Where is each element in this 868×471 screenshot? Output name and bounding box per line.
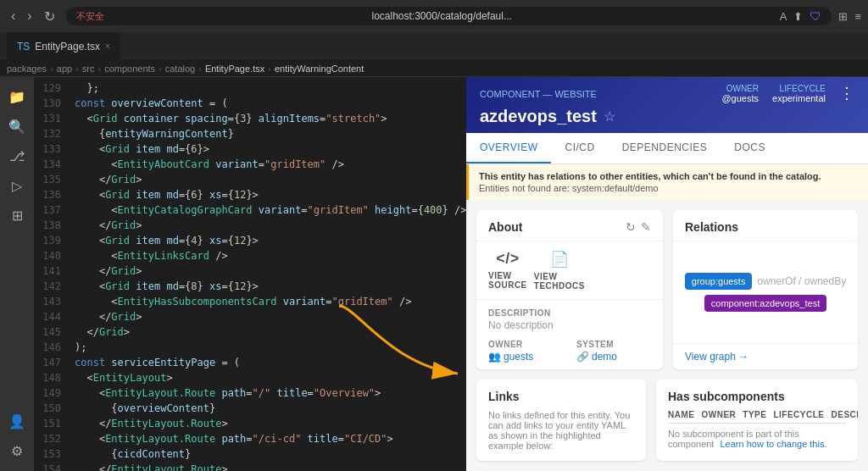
owner-field-value[interactable]: 👥 guests — [488, 351, 563, 363]
tab-dependencies[interactable]: DEPENDENCIES — [609, 133, 721, 163]
breadcrumb-part-4: components — [104, 64, 155, 74]
system-text: demo — [592, 351, 617, 363]
about-title: About — [488, 220, 522, 234]
view-techdocs-label: VIEWTECHDOCS — [534, 272, 585, 291]
subcomponents-card: Has subcomponents NAME OWNER TYPE LIFECY… — [656, 380, 858, 461]
breadcrumb-symbol: entityWarningContent — [275, 64, 364, 74]
refresh-button[interactable]: ↻ — [40, 7, 59, 26]
view-graph-link[interactable]: View graph → — [673, 343, 858, 369]
menu-icon[interactable]: ≡ — [854, 10, 861, 23]
view-techdocs-button[interactable]: 📄 VIEWTECHDOCS — [534, 250, 585, 291]
links-title: Links — [488, 390, 634, 403]
system-field-value[interactable]: 🔗 demo — [576, 351, 651, 363]
lifecycle-meta: Lifecycle experimental — [772, 84, 826, 103]
relation-edge-label: ownerOf / ownedBy — [757, 275, 846, 287]
debug-icon[interactable]: ▷ — [7, 173, 27, 199]
tab-overview[interactable]: OVERVIEW — [466, 133, 551, 163]
forward-button[interactable]: › — [23, 7, 36, 25]
breadcrumb-bar: packages › app › src › components › cata… — [0, 61, 868, 77]
component-title-row: azdevops_test ☆ — [480, 107, 854, 126]
source-control-icon[interactable]: ⎇ — [4, 143, 30, 169]
tab-docs[interactable]: DOCS — [721, 133, 779, 163]
relations-card: Relations group:guests ownerOf / ownedBy… — [673, 210, 858, 369]
owner-field-label: OWNER — [488, 340, 563, 349]
techdocs-icon: 📄 — [550, 250, 570, 269]
about-card-body: DESCRIPTION No description OWNER 👥 guest… — [476, 300, 663, 369]
explorer-icon[interactable]: 📁 — [3, 84, 31, 110]
warning-line1: This entity has relations to other entit… — [479, 171, 858, 181]
backstage-nav-top: COMPONENT — WEBSITE Owner @guests Lifecy… — [480, 84, 854, 103]
component-title: azdevops_test — [480, 107, 597, 126]
kebab-menu-button[interactable]: ⋮ — [839, 84, 854, 103]
description-label: DESCRIPTION — [488, 308, 651, 318]
col-lifecycle: LIFECYCLE — [773, 410, 824, 419]
description-value: No description — [488, 319, 651, 331]
view-source-label: VIEWSOURCE — [488, 271, 527, 290]
about-card-header: About ↻ ✎ — [476, 210, 663, 241]
share-icon: ⬆ — [793, 10, 803, 23]
backstage-content: About ↻ ✎ </> VIEWSOURCE 📄 VIEWTECHDOCS — [466, 200, 868, 380]
search-icon[interactable]: 🔍 — [3, 114, 31, 140]
owner-meta: Owner @guests — [721, 84, 759, 103]
learn-more-link[interactable]: Learn how to change this. — [721, 439, 827, 449]
back-button[interactable]: ‹ — [7, 7, 19, 25]
relation-graph: group:guests ownerOf / ownedBy component… — [683, 273, 848, 312]
links-card: Links No links defined for this entity. … — [476, 380, 646, 461]
tab-cicd[interactable]: CI/CD — [551, 133, 608, 163]
tab-filename: EntityPage.tsx — [35, 41, 100, 53]
col-name: NAME — [668, 410, 694, 419]
breadcrumb-file: EntityPage.tsx — [205, 64, 264, 74]
account-icon[interactable]: 👤 — [3, 408, 31, 435]
code-editor[interactable]: 129130131132 133134135136 137138139140 1… — [34, 77, 466, 471]
editor-area: 129130131132 133134135136 137138139140 1… — [34, 77, 466, 471]
lifecycle-label: Lifecycle — [780, 84, 826, 93]
component-breadcrumb: COMPONENT — WEBSITE — [480, 89, 597, 99]
backstage-header: COMPONENT — WEBSITE Owner @guests Lifecy… — [466, 77, 868, 133]
col-owner: OWNER — [701, 410, 736, 419]
favorite-button[interactable]: ☆ — [604, 108, 615, 125]
code-content: }; const overviewContent = ( <Grid conta… — [68, 77, 466, 471]
extensions-icon[interactable]: ⊞ — [7, 202, 28, 229]
breadcrumb-part-1: packages — [7, 64, 47, 74]
about-edit-button[interactable]: ✎ — [641, 220, 651, 234]
breadcrumb-part-3: src — [82, 64, 95, 74]
address-text: localhost:3000/catalog/defaul... — [111, 10, 773, 22]
description-field: DESCRIPTION No description — [488, 308, 651, 331]
activity-bar: 📁 🔍 ⎇ ▷ ⊞ 👤 ⚙ — [0, 77, 34, 471]
browser-icons: ⊞ ≡ — [838, 10, 861, 23]
source-icon: </> — [496, 250, 520, 268]
owner-label: Owner — [726, 84, 759, 93]
editor-tab[interactable]: TS EntityPage.tsx × — [7, 32, 121, 60]
browser-chrome: ‹ › ↻ 不安全 localhost:3000/catalog/defaul.… — [0, 0, 868, 32]
about-card-actions: ↻ ✎ — [626, 220, 651, 234]
shield-icon: 🛡 — [810, 9, 821, 23]
relation-node-guests[interactable]: group:guests — [685, 273, 753, 290]
breadcrumb-part-2: app — [57, 64, 72, 74]
relations-body: group:guests ownerOf / ownedBy component… — [673, 241, 858, 343]
owner-value: @guests — [721, 93, 759, 103]
address-bar[interactable]: 不安全 localhost:3000/catalog/defaul... A ⬆… — [66, 7, 832, 25]
about-refresh-button[interactable]: ↻ — [626, 220, 636, 234]
bottom-cards: Links No links defined for this entity. … — [466, 380, 868, 471]
line-numbers: 129130131132 133134135136 137138139140 1… — [34, 77, 68, 471]
about-action-buttons: </> VIEWSOURCE 📄 VIEWTECHDOCS — [476, 241, 663, 300]
main-area: 📁 🔍 ⎇ ▷ ⊞ 👤 ⚙ 129130131132 133134135136 … — [0, 77, 868, 471]
tab-close-button[interactable]: × — [105, 42, 110, 51]
owner-field: OWNER 👥 guests — [488, 340, 563, 363]
view-source-button[interactable]: </> VIEWSOURCE — [488, 250, 527, 291]
owner-system-row: OWNER 👥 guests SYSTEM 🔗 demo — [488, 340, 651, 363]
relation-node-component[interactable]: component:azdevops_test — [704, 295, 826, 312]
system-field: SYSTEM 🔗 demo — [576, 340, 651, 363]
relations-title: Relations — [685, 220, 738, 234]
header-meta: Owner @guests Lifecycle experimental ⋮ — [721, 84, 854, 103]
about-card: About ↻ ✎ </> VIEWSOURCE 📄 VIEWTECHDOCS — [476, 210, 663, 369]
backstage-tabs: OVERVIEW CI/CD DEPENDENCIES DOCS — [466, 133, 868, 164]
extensions-icon[interactable]: ⊞ — [838, 10, 848, 23]
settings-icon[interactable]: ⚙ — [6, 438, 28, 464]
subcomponents-title: Has subcomponents — [668, 390, 846, 403]
breadcrumb-part-5: catalog — [165, 64, 195, 74]
owner-icon: 👥 — [488, 351, 501, 363]
file-icon: TS — [17, 41, 30, 53]
system-icon: 🔗 — [576, 351, 589, 363]
system-field-label: SYSTEM — [576, 340, 651, 349]
